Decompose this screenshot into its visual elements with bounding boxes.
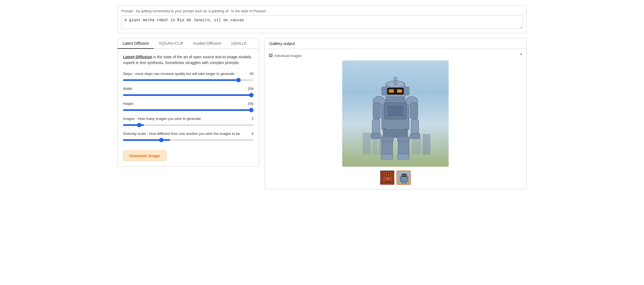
gallery-panel: Gallery output 🖼 Individual images ×	[264, 38, 527, 189]
svg-rect-4	[423, 134, 430, 154]
main-robot-image	[342, 60, 449, 167]
svg-rect-26	[411, 119, 419, 134]
svg-rect-23	[371, 133, 381, 139]
images-slider-group: Images - How many images you wish to gen…	[123, 117, 254, 127]
height-label: Height	[123, 102, 133, 106]
tab-vqgan-clip[interactable]: VQGAN+CLIP	[154, 38, 188, 49]
svg-rect-54	[404, 175, 406, 176]
svg-point-38	[405, 128, 407, 129]
svg-rect-13	[389, 89, 394, 93]
svg-rect-21	[373, 103, 381, 119]
svg-rect-15	[387, 97, 404, 99]
individual-images-label: Individual images	[274, 54, 302, 58]
svg-rect-58	[402, 183, 404, 185]
svg-point-37	[384, 128, 386, 129]
steps-slider-header: Steps - more steps can increase quality …	[123, 72, 254, 76]
height-value: 256	[248, 102, 254, 106]
page-container: Prompt - try adding increments to your p…	[117, 5, 527, 189]
svg-rect-18	[382, 87, 387, 95]
svg-rect-19	[404, 87, 409, 95]
thumbnail-1[interactable]	[380, 171, 394, 185]
svg-rect-47	[385, 183, 387, 185]
svg-rect-53	[402, 175, 404, 176]
svg-rect-46	[385, 181, 390, 183]
diversity-slider[interactable]	[123, 139, 254, 141]
image-icon: 🖼	[269, 53, 273, 58]
main-image-wrapper	[269, 60, 522, 167]
tab-rudalle[interactable]: ruDALLE	[226, 38, 252, 49]
generate-image-button[interactable]: Generate Image	[123, 150, 166, 161]
svg-rect-34	[398, 154, 409, 160]
svg-rect-0	[363, 133, 371, 154]
svg-point-35	[384, 103, 386, 105]
width-slider[interactable]	[123, 94, 254, 96]
svg-rect-32	[381, 154, 393, 160]
svg-rect-25	[410, 103, 418, 119]
images-slider[interactable]	[123, 124, 254, 126]
prompt-hint: Prompt - try adding increments to your p…	[121, 9, 523, 13]
svg-rect-28	[383, 129, 408, 138]
height-slider-group: Height 256	[123, 102, 254, 112]
svg-rect-33	[398, 141, 409, 155]
thumbnails-row	[269, 171, 522, 185]
model-name: Latent Diffusion	[123, 55, 152, 59]
tabs-bar: Latent Diffusion VQGAN+CLIP Guided Diffu…	[118, 38, 259, 49]
panel-content: Latent Diffusion is the state of the art…	[118, 49, 259, 166]
left-panel: Latent Diffusion VQGAN+CLIP Guided Diffu…	[117, 38, 259, 167]
svg-rect-42	[386, 174, 387, 176]
height-slider[interactable]	[123, 109, 254, 111]
individual-images-section: 🖼 Individual images	[269, 53, 522, 58]
svg-rect-22	[372, 119, 380, 134]
images-slider-header: Images - How many images you wish to gen…	[123, 117, 254, 121]
svg-rect-31	[382, 141, 393, 155]
tab-guided-diffusion[interactable]: Guided Diffusion	[188, 38, 226, 49]
main-layout: Latent Diffusion VQGAN+CLIP Guided Diffu…	[117, 38, 527, 189]
svg-point-36	[405, 103, 407, 105]
gallery-tabs-bar: Gallery output	[264, 38, 526, 49]
svg-rect-59	[405, 183, 407, 185]
width-label: Width	[123, 87, 132, 91]
images-value: 2	[252, 117, 254, 121]
height-slider-header: Height 256	[123, 102, 254, 106]
gallery-close-button[interactable]: ×	[520, 52, 523, 57]
tab-gallery-output[interactable]: Gallery output	[264, 38, 300, 49]
model-description: Latent Diffusion is the state of the art…	[123, 54, 254, 66]
steps-value: 45	[250, 72, 254, 76]
svg-point-17	[394, 77, 397, 80]
svg-rect-7	[387, 105, 404, 116]
svg-rect-1	[372, 138, 378, 154]
svg-rect-3	[412, 137, 421, 154]
diversity-value: 5	[252, 132, 254, 136]
svg-rect-43	[388, 174, 389, 176]
steps-slider-group: Steps - more steps can increase quality …	[123, 72, 254, 82]
gallery-content: 🖼 Individual images ×	[264, 49, 526, 189]
thumbnail-2[interactable]	[396, 171, 411, 185]
diversity-slider-header: Diversity scale - How different from one…	[123, 132, 254, 136]
steps-slider[interactable]	[123, 79, 254, 81]
svg-rect-14	[397, 89, 402, 93]
robot-svg	[357, 67, 434, 160]
width-slider-group: Width 256	[123, 87, 254, 97]
width-value: 256	[248, 87, 254, 91]
svg-rect-27	[410, 133, 420, 139]
images-label: Images - How many images you wish to gen…	[123, 117, 201, 121]
prompt-input[interactable]	[121, 15, 523, 29]
width-slider-header: Width 256	[123, 87, 254, 91]
svg-rect-57	[401, 181, 407, 183]
prompt-section: Prompt - try adding increments to your p…	[117, 5, 527, 33]
diversity-slider-group: Diversity scale - How different from one…	[123, 132, 254, 142]
diversity-label: Diversity scale - How different from one…	[123, 132, 240, 136]
tab-latent-diffusion[interactable]: Latent Diffusion	[118, 38, 154, 49]
svg-rect-48	[388, 183, 390, 185]
steps-label: Steps - more steps can increase quality …	[123, 72, 234, 76]
